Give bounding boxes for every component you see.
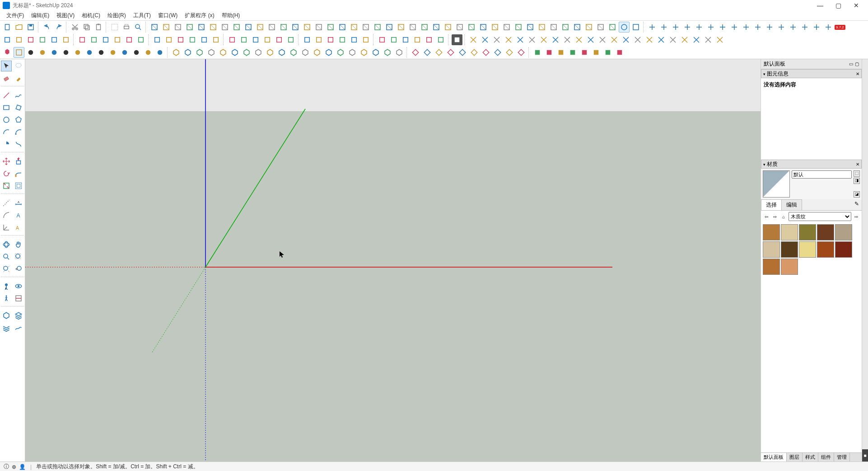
- menu-edit[interactable]: 编辑(E): [28, 11, 53, 20]
- lasso-tool[interactable]: [13, 61, 24, 71]
- toolbar3-grp2-14[interactable]: [335, 47, 346, 58]
- erase-sel-button[interactable]: [109, 22, 120, 33]
- toolbar2-btn-15[interactable]: [187, 34, 198, 45]
- open-button[interactable]: [14, 22, 24, 33]
- toolbar1-btn-3[interactable]: [184, 22, 195, 33]
- toolbar1-grp2-14[interactable]: [811, 22, 822, 33]
- tray-close-icon[interactable]: ▢: [855, 61, 859, 66]
- paint-tool[interactable]: [13, 73, 24, 84]
- sandbox-tool[interactable]: [1, 322, 12, 333]
- prev-view-tool[interactable]: [13, 264, 24, 274]
- toolbar1-btn-16[interactable]: [337, 22, 348, 33]
- toolbar3-grp2-8[interactable]: [265, 47, 275, 58]
- toolbar2-btn-0[interactable]: [2, 34, 13, 45]
- toolbar2-grp2-10[interactable]: [585, 34, 596, 45]
- select-tool[interactable]: [1, 61, 12, 71]
- material-home-button[interactable]: ⌂: [780, 213, 787, 220]
- pan-tool[interactable]: [13, 239, 24, 250]
- menu-camera[interactable]: 相机(C): [78, 11, 104, 20]
- toolbar2-btn-34[interactable]: [424, 34, 434, 45]
- toolbar2-grp2-13[interactable]: [621, 34, 631, 45]
- toolbar1-btn-24[interactable]: [431, 22, 442, 33]
- move-tool[interactable]: [1, 156, 12, 167]
- toolbar1-btn-18[interactable]: [360, 22, 371, 33]
- toolbar2-btn-9[interactable]: [112, 34, 123, 45]
- scale-tool[interactable]: [1, 180, 12, 191]
- toolbar3-grp2-7[interactable]: [253, 47, 264, 58]
- toolbar1-btn-33[interactable]: [537, 22, 547, 33]
- material-menu-button[interactable]: ⇨: [853, 213, 860, 220]
- toolbar3-btn-7[interactable]: [107, 47, 118, 58]
- toolbar1-btn-26[interactable]: [454, 22, 465, 33]
- zoom-window-tool[interactable]: [13, 251, 24, 262]
- toolbar3-grp3-8[interactable]: [504, 47, 515, 58]
- toolbar3-grp2-9[interactable]: [276, 47, 287, 58]
- toolbar3-grp3-2[interactable]: [434, 47, 444, 58]
- rect-tool[interactable]: [1, 102, 12, 113]
- toolbar3-grp2-0[interactable]: [171, 47, 182, 58]
- create-material-button[interactable]: ⬚: [854, 170, 860, 177]
- toolbar3-grp3-4[interactable]: [457, 47, 468, 58]
- toolbar3-btn-3[interactable]: [61, 47, 71, 58]
- toolbar3-grp4-5[interactable]: [591, 47, 602, 58]
- toolbar3-grp2-5[interactable]: [229, 47, 240, 58]
- toolbar2-btn-16[interactable]: [199, 34, 210, 45]
- toolbar3-grp4-3[interactable]: [567, 47, 578, 58]
- arc3-tool[interactable]: [13, 139, 24, 150]
- copy-button[interactable]: [81, 22, 92, 33]
- toolbar1-grp2-11[interactable]: [776, 22, 787, 33]
- toolbar3-btn-5[interactable]: [84, 47, 95, 58]
- toolbar1-btn-32[interactable]: [525, 22, 536, 33]
- paste-button[interactable]: [93, 22, 104, 33]
- entity-info-header[interactable]: ▾ 图元信息 ✕: [761, 69, 862, 78]
- minimize-button[interactable]: —: [811, 0, 829, 11]
- pie-tool[interactable]: [1, 139, 12, 150]
- toolbar2-grp2-14[interactable]: [632, 34, 643, 45]
- eraser-tool[interactable]: [1, 73, 12, 84]
- tray-tab-components[interactable]: 组件: [818, 453, 834, 462]
- toolbar3-grp2-13[interactable]: [323, 47, 334, 58]
- toolbar1-grp2-5[interactable]: [705, 22, 716, 33]
- toolbar1-grp2-4[interactable]: [694, 22, 705, 33]
- material-swatch-8[interactable]: [817, 241, 834, 258]
- material-swatch-6[interactable]: [781, 241, 798, 258]
- toolbar2-grp2-7[interactable]: [550, 34, 561, 45]
- toolbar1-grp2-8[interactable]: [741, 22, 751, 33]
- zoom-extents-tool[interactable]: [1, 264, 12, 274]
- toolbar3-grp2-18[interactable]: [382, 47, 393, 58]
- toolbar2-btn-33[interactable]: [412, 34, 423, 45]
- default-material-button[interactable]: ◨: [854, 178, 860, 184]
- materials-close-icon[interactable]: ✕: [856, 162, 859, 167]
- save-button[interactable]: [25, 22, 36, 33]
- material-swatch-5[interactable]: [763, 241, 780, 258]
- menu-tools[interactable]: 工具(T): [130, 11, 154, 20]
- outliner-tool[interactable]: [1, 310, 12, 321]
- toolbar2-btn-23[interactable]: [285, 34, 296, 45]
- toolbar1-btn-8[interactable]: [243, 22, 254, 33]
- toolbar3-grp2-10[interactable]: [288, 47, 299, 58]
- toolbar1-btn-20[interactable]: [384, 22, 395, 33]
- tray-header[interactable]: 默认面板 ▭ ▢: [761, 59, 862, 69]
- new-button[interactable]: [2, 22, 13, 33]
- toolbar3-grp2-15[interactable]: [347, 47, 358, 58]
- material-swatch-2[interactable]: [799, 224, 816, 240]
- toolbar1-btn-31[interactable]: [513, 22, 524, 33]
- tray-tab-styles[interactable]: 样式: [803, 453, 818, 462]
- toolbar2-dark-btn[interactable]: [452, 34, 462, 45]
- toolbar3-grp2-16[interactable]: [359, 47, 369, 58]
- toolbar2-btn-4[interactable]: [49, 34, 60, 45]
- toolbar3-grp3-6[interactable]: [481, 47, 491, 58]
- toolbar1-highlighted[interactable]: [619, 22, 630, 33]
- tray-pin-icon[interactable]: ▭: [849, 61, 853, 66]
- toolbar1-btn-14[interactable]: [313, 22, 324, 33]
- layers-tool[interactable]: [13, 310, 24, 321]
- toolbar1-btn-37[interactable]: [583, 22, 594, 33]
- zoom-tool[interactable]: [1, 251, 12, 262]
- redo-button[interactable]: [53, 22, 64, 33]
- toolbar1-grp2-1[interactable]: [658, 22, 669, 33]
- toolbar3-grp3-1[interactable]: [422, 47, 433, 58]
- material-name-input[interactable]: [792, 170, 852, 179]
- toolbar2-grp2-5[interactable]: [527, 34, 537, 45]
- menu-file[interactable]: 文件(F): [3, 11, 28, 20]
- toolbar2-btn-27[interactable]: [337, 34, 348, 45]
